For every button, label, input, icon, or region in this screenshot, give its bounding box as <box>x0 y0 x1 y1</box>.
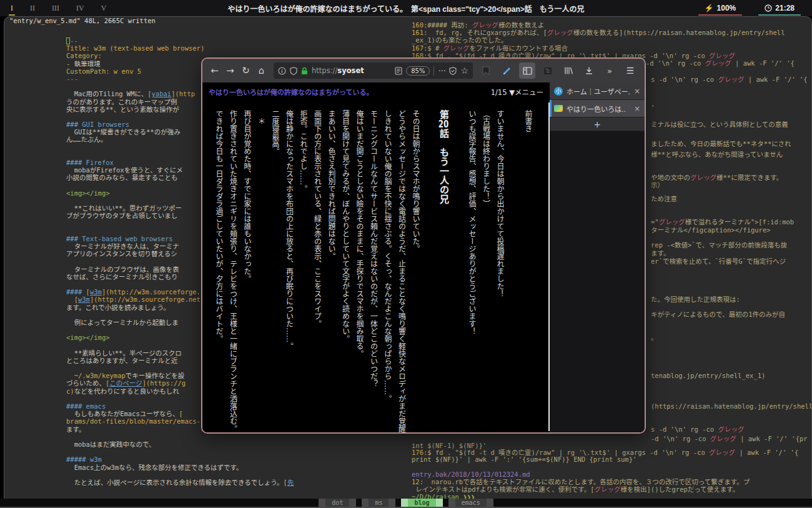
content-divider <box>548 102 550 431</box>
tracking-shield-icon[interactable] <box>290 67 297 75</box>
reader-mode-icon[interactable] <box>395 67 402 75</box>
session-tab-emacs[interactable]: emacs <box>448 499 493 507</box>
new-tab-button[interactable]: + <box>550 117 645 131</box>
terminal-line: ます。 <box>651 249 670 257</box>
tab-close-icon[interactable]: × <box>634 104 640 113</box>
terminal-line: print $(NF)}' | awk -F ':' '{sum+=$(NF)}… <box>412 456 636 463</box>
tab-title: ホーム｜ユーザペー.. <box>567 86 630 96</box>
novel-paragraph <box>422 110 437 432</box>
novel-paragraph: （古戦場は終わりました！） <box>478 110 493 432</box>
terminal-line: tenablog.jp/entry/shell_ex_1) <box>651 372 765 379</box>
workspace-i[interactable]: I <box>9 1 15 16</box>
session-tab-bar: dotmsblogemacs <box>0 499 812 508</box>
terminal-line: 。 <box>651 334 658 341</box>
overflow-chevrons-icon[interactable]: » <box>602 62 618 79</box>
novel-paragraph <box>507 110 521 432</box>
urlbar-divider <box>433 66 434 76</box>
session-tab-dot[interactable]: dot <box>319 499 356 507</box>
sidebar-empty-area <box>550 131 645 432</box>
novel-vertical-text: 前書き すいません、今日は朝から出かけてて投稿遅れました！（古戦場は終わりました… <box>205 101 546 432</box>
menu-bar: IIIIIIIVV やはり一色いろはが俺の許嫁なのはまちがっている。 第<spa… <box>0 0 812 16</box>
chapter-heading: 第20話 もう一人の兄 <box>437 110 451 432</box>
terminal-line: 161: fd, rg, それにgxargsがあれば、[グレッグ様の数を数える]… <box>412 29 785 36</box>
terminal-line: ~/D/b/raisan ❯❯❯ <box>412 493 475 499</box>
workspace-ii[interactable]: II <box>28 1 37 16</box>
focused-window-title: やはり一色いろはが俺の許嫁なのはまちがっている。 第<span class="t… <box>0 3 812 14</box>
novel-paragraph: できれば今日も一日ダラダラ過ごしていたいが、夕方にはバイトだ。 <box>212 110 226 432</box>
url-bar[interactable]: https://syoset 85% ⋯ ☆ <box>274 62 473 79</box>
workspace-iii[interactable]: III <box>50 1 61 16</box>
novel-paragraph: 前書き <box>521 110 535 432</box>
downloads-icon[interactable] <box>581 62 597 79</box>
app-menu-icon[interactable]: ☰ <box>622 62 638 79</box>
forward-button[interactable]: → <box>223 63 237 78</box>
tree-style-tab-icon[interactable] <box>540 62 556 79</box>
terminal-line: ミナルは役に立つ、という具体例としての意義 <box>651 121 788 128</box>
novel-paragraph: まあいい、色さえ判別できれば問題はない。 <box>324 110 339 432</box>
novel-paragraph: 拒否。これでよし……。 <box>296 110 310 432</box>
workspace-indicators: IIIIIIIVV <box>0 1 108 16</box>
workspace-v[interactable]: V <box>99 1 109 16</box>
terminal-line: s -d '\n' rg -co グレッグ <box>651 426 744 433</box>
clock: 21:28 <box>758 1 801 16</box>
novel-paragraph: 画面下の方に表示されている、緑と赤の表示、ここをスワイプ。 <box>310 110 324 432</box>
zoom-level-button[interactable]: 85% <box>406 66 430 76</box>
page-content: やはり一色いろはが俺の許嫁なのはまちがっている。 1/15 ▼メニュー 前書き … <box>202 82 550 432</box>
url-text[interactable]: https://syoset <box>312 66 391 75</box>
page-info-icon[interactable] <box>278 67 286 75</box>
folder-favicon <box>554 105 563 112</box>
terminal-line: ターミナル</figcaption></figure> <box>651 226 771 234</box>
terminal-line: ="グレッグ様で溢れるターミナル">[f:id:mob <box>651 218 794 226</box>
terminal-line: (https://raisan.hatenablog.jp/entry/shel… <box>651 402 812 410</box>
page-actions-icon[interactable]: ⋯ <box>438 66 445 75</box>
terminal-line: ため注意 <box>651 195 677 202</box>
terminal-line: _ex_1)のも楽だったのでした。 <box>412 36 507 44</box>
browser-toolbar: ← → ↻ ⌂ https://syoset 85% ⋯ ☆ » ☰ <box>202 59 645 82</box>
terminal-line: 160:##### 再訪: グレッグ様の数を数えよ <box>412 21 544 29</box>
browser-window[interactable]: ← → ↻ ⌂ https://syoset 85% ⋯ ☆ » ☰ <box>201 57 646 434</box>
library-icon[interactable] <box>560 62 577 79</box>
terminal-line: -d '\n' rg -co グレッグ | awk -F '/' '{pr <box>651 435 808 442</box>
novel-paragraph: どうやらメッセージではなく電話のようだ、止まることなく鳴り響く軽快なメロディがま… <box>380 110 408 432</box>
terminal-line: ましたため、今日の最新話でも**ネタ**にされ <box>651 140 791 147</box>
page-pager-menu[interactable]: 1/15 ▼メニュー <box>491 87 543 97</box>
novel-title-link[interactable]: やはり一色いろはが俺の許嫁なのはまちがっている。 <box>209 87 373 97</box>
terminal-line: s -d '\n' rg -co グレッグ | awk -F '/' '{ <box>651 76 808 83</box>
terminal-line: や地の文中のグレッグ様**に限定できます。 <box>651 174 783 181</box>
terminal-line: ' <box>651 104 655 111</box>
novel-paragraph: 二度寝最高。 <box>268 110 282 432</box>
vertical-tab-sidebar: 小ホーム｜ユーザペー..×やはり一色いろは..×+ <box>550 82 645 432</box>
tab-title: やはり一色いろは.. <box>567 104 630 114</box>
bookmarks-toolbar-icon[interactable] <box>478 62 494 79</box>
home-button[interactable]: ⌂ <box>254 63 269 78</box>
session-tab-blog[interactable]: blog <box>401 499 442 507</box>
novel-paragraph: 作り置きされていた焼きオニギリを頬張り、テレビをつけ、王様と一緒にブランチと洒落… <box>225 110 240 432</box>
terminal-line: た。今回使用した正規表現は: <box>651 296 740 303</box>
clock-icon <box>765 4 772 12</box>
reload-button[interactable]: ↻ <box>239 63 253 78</box>
novel-paragraph: 再び目が覚めた時、すでに家には誰もいなかった。 <box>240 110 254 432</box>
novel-paragraph: ＊ <box>254 110 268 432</box>
workspace-iv[interactable]: IV <box>74 1 86 16</box>
terminal-line: キがティノによるもので、最初の1件のみが自 <box>651 311 785 318</box>
novel-paragraph: 俺は静かになったスマホを布団の上に放ると、再び眠りについた……。 <box>282 110 296 432</box>
terminal-line: er`で検索を止めて、`行番号G`で指定行へジ <box>651 257 786 265</box>
bookmark-star-icon[interactable]: ☆ <box>460 66 468 76</box>
sidebar-toggle-icon[interactable] <box>519 62 535 79</box>
highlighter-pen-icon[interactable] <box>498 62 515 79</box>
sidebar-tab-2[interactable]: やはり一色いろは..× <box>550 100 645 117</box>
terminal-line: 12: narou.rbで各話をテキストファイルに収めたとします。各話の内容を、… <box>412 478 750 486</box>
lock-icon <box>301 67 308 75</box>
session-tab-ms[interactable]: ms <box>362 499 395 507</box>
back-button[interactable]: ← <box>207 63 222 78</box>
tab-close-icon[interactable]: × <box>634 87 640 96</box>
terminal-line: 示） <box>651 181 664 189</box>
bolt-icon: ⚡ <box>705 4 714 12</box>
terminal-line: entry.bak/2018/10/13/012324.md <box>412 471 530 478</box>
permissions-badge-icon[interactable] <box>449 67 457 75</box>
terminal-line: 様**と呼ぶなら、あながち間違っていません <box>651 151 783 158</box>
battery-status: ⚡ 100% <box>698 1 743 16</box>
syosetu-favicon: 小 <box>554 87 563 96</box>
novel-paragraph <box>450 110 465 432</box>
sidebar-tab-1[interactable]: 小ホーム｜ユーザペー..× <box>550 82 645 100</box>
